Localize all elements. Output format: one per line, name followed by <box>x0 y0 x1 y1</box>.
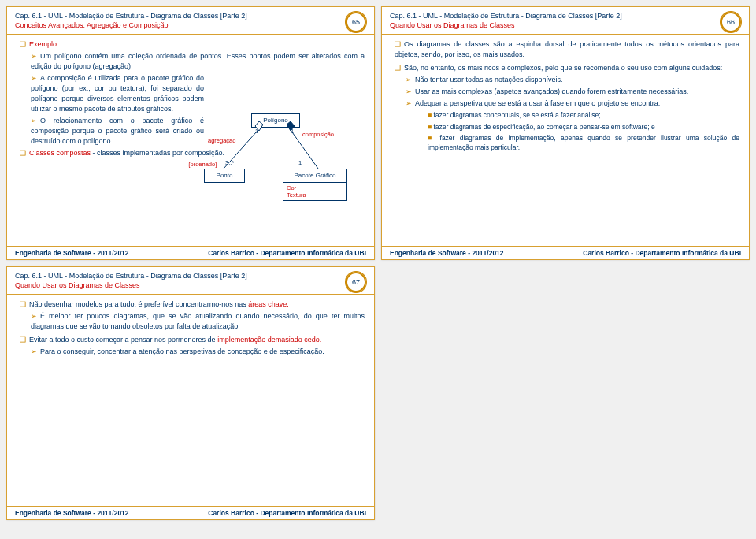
bullet-text: São, no entanto, os mais ricos e complex… <box>404 64 722 72</box>
slide-67: Cap. 6.1 - UML - Modelação de Estrutura … <box>6 266 375 520</box>
page-number: 65 <box>346 12 366 32</box>
slide-subtitle: Quando Usar os Diagramas de Classes <box>390 21 741 29</box>
chapter-title: Cap. 6.1 - UML - Modelação de Estrutura … <box>15 12 366 20</box>
slide-header: Cap. 6.1 - UML - Modelação de Estrutura … <box>7 7 374 32</box>
slide-body: ❑Não desenhar modelos para tudo; é prefe… <box>7 295 374 506</box>
slide-body: ❑Exemplo: ➢Um polígono contém uma coleçã… <box>7 35 374 246</box>
sub-bullet: fazer diagramas conceptuais, se se está … <box>434 111 601 119</box>
uml-class-ponto: Ponto <box>205 169 244 182</box>
slide-footer: Engenharia de Software - 2011/2012 Carlo… <box>7 246 374 259</box>
slide-66: Cap. 6.1 - UML - Modelação de Estrutura … <box>381 6 750 260</box>
classes-compostas-label: Classes compostas <box>29 149 91 157</box>
bullet-text: Não tentar usar todas as notações dispon… <box>415 76 563 84</box>
bullet-text: Adequar a perspetiva que se está a usar … <box>415 99 660 107</box>
uml-diagram: Polígono agregação composição 1 1 {orden… <box>188 113 346 224</box>
page-number: 66 <box>721 12 741 32</box>
slide-header: Cap. 6.1 - UML - Modelação de Estrutura … <box>7 267 374 292</box>
bullet-text: Não desenhar modelos para tudo; é prefer… <box>29 300 248 308</box>
footer-left: Engenharia de Software - 2011/2012 <box>15 509 129 517</box>
footer-right: Carlos Barrico - Departamento Informátic… <box>208 509 366 517</box>
chapter-title: Cap. 6.1 - UML - Modelação de Estrutura … <box>15 272 366 280</box>
page-number: 67 <box>346 272 366 292</box>
sub-bullet: fazer diagramas de implementação, apenas… <box>428 134 739 151</box>
bullet-text: É melhor ter poucos diagramas, que se vã… <box>31 312 365 330</box>
slide-subtitle: Conceitos Avançados: Agregação e Composi… <box>15 21 366 29</box>
footer-left: Engenharia de Software - 2011/2012 <box>390 249 504 257</box>
bullet-text: A composição é utilizada para o pacote g… <box>31 74 204 113</box>
bullet-text: Evitar a todo o custo começar a pensar n… <box>29 336 217 344</box>
footer-right: Carlos Barrico - Departamento Informátic… <box>208 249 366 257</box>
example-heading: Exemplo: <box>29 40 59 48</box>
slide-header: Cap. 6.1 - UML - Modelação de Estrutura … <box>382 7 749 32</box>
footer-right: Carlos Barrico - Departamento Informátic… <box>583 249 741 257</box>
slide-footer: Engenharia de Software - 2011/2012 Carlo… <box>7 506 374 519</box>
bullet-text: Para o conseguir, concentrar a atenção n… <box>40 348 324 355</box>
slide-footer: Engenharia de Software - 2011/2012 Carlo… <box>382 246 749 259</box>
slide-65: Cap. 6.1 - UML - Modelação de Estrutura … <box>6 6 375 260</box>
uml-class-pacote: Pacote Gráfico <box>284 169 346 182</box>
uml-label-agregacao: agregação <box>208 137 235 146</box>
sub-bullet: fazer diagramas de especificação, ao com… <box>434 123 655 131</box>
chapter-title: Cap. 6.1 - UML - Modelação de Estrutura … <box>390 12 741 20</box>
bullet-text: Os diagramas de classes são a espinha do… <box>395 40 739 58</box>
slide-body: ❑Os diagramas de classes são a espinha d… <box>382 35 749 246</box>
uml-attr: Textura <box>287 191 343 199</box>
bullet-text: O relacionamento com o pacote gráfico é … <box>31 117 204 145</box>
slides-grid: Cap. 6.1 - UML - Modelação de Estrutura … <box>6 6 750 520</box>
uml-attr: Cor <box>287 184 343 191</box>
footer-left: Engenharia de Software - 2011/2012 <box>15 249 129 257</box>
bullet-text: ➢Um polígono contém uma coleção ordenada… <box>31 51 365 72</box>
bullet-text: Usar as mais complexas (aspetos avançado… <box>415 87 688 95</box>
slide-subtitle: Quando Usar os Diagramas de Classes <box>15 281 366 289</box>
uml-label-composicao: composição <box>302 131 334 139</box>
